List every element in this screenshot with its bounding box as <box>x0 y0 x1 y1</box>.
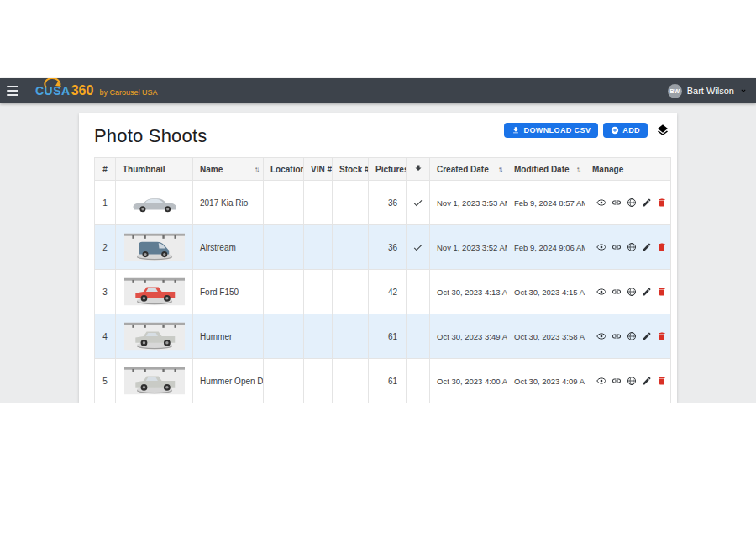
header-actions: DOWNLOAD CSV ADD <box>504 123 669 138</box>
globe-icon[interactable] <box>627 242 637 252</box>
link-icon[interactable] <box>612 376 622 386</box>
downloaded-cell <box>407 270 430 314</box>
location-cell <box>264 181 304 225</box>
menu-icon[interactable] <box>0 78 25 103</box>
link-icon[interactable] <box>612 242 622 252</box>
pencil-icon[interactable] <box>642 376 652 386</box>
manage-actions <box>596 376 670 386</box>
vin-cell <box>304 359 333 404</box>
vehicle-thumbnail[interactable] <box>124 275 185 309</box>
photo-shoots-table: # Thumbnail Name↑↓ Location VIN # Stock … <box>94 157 671 403</box>
top-navbar: CUSA 360 by Carousel USA BW Bart Wilson <box>0 78 756 103</box>
pencil-icon[interactable] <box>642 242 652 252</box>
vehicle-thumbnail[interactable] <box>124 230 185 264</box>
eye-icon[interactable] <box>596 376 606 386</box>
trash-icon[interactable] <box>657 287 667 297</box>
location-cell <box>264 270 304 314</box>
layers-icon[interactable] <box>656 124 669 137</box>
eye-icon[interactable] <box>596 198 606 208</box>
sort-arrows-icon[interactable]: ↑↓ <box>576 166 580 173</box>
add-label: ADD <box>622 126 640 135</box>
row-number: 5 <box>95 359 116 404</box>
pencil-icon[interactable] <box>642 331 652 341</box>
header-created-date[interactable]: Created Date↑↓ <box>430 158 507 181</box>
download-csv-button[interactable]: DOWNLOAD CSV <box>504 123 598 138</box>
eye-icon[interactable] <box>596 242 606 252</box>
table-row: 5 Hummer Open Doors 61 Oct 30, 2023 4:00… <box>95 359 671 404</box>
location-cell <box>264 314 304 359</box>
header-name[interactable]: Name↑↓ <box>193 158 264 181</box>
check-icon <box>412 242 423 253</box>
vin-cell <box>304 314 333 359</box>
logo-swirl-icon <box>44 78 62 88</box>
manage-actions <box>596 198 670 208</box>
chevron-down-icon <box>739 87 748 95</box>
check-icon <box>412 198 423 208</box>
user-name: Bart Wilson <box>687 86 734 96</box>
manage-actions <box>596 331 670 341</box>
header-manage: Manage <box>585 158 671 181</box>
globe-icon[interactable] <box>627 331 637 341</box>
globe-icon[interactable] <box>627 198 637 208</box>
globe-icon[interactable] <box>627 287 637 297</box>
row-number: 4 <box>95 314 116 359</box>
avatar: BW <box>668 84 682 98</box>
sort-arrows-icon[interactable]: ↑↓ <box>255 166 258 173</box>
photo-shoots-card: Photo Shoots DOWNLOAD CSV ADD # Thumbnai… <box>79 113 677 403</box>
header-location: Location <box>264 158 304 181</box>
trash-icon[interactable] <box>657 331 667 341</box>
link-icon[interactable] <box>612 331 622 341</box>
vin-cell <box>304 225 333 270</box>
header-modified-date[interactable]: Modified Date↑↓ <box>507 158 585 181</box>
shoot-name: Airstream <box>193 225 264 270</box>
vehicle-thumbnail[interactable] <box>124 319 185 353</box>
app-logo[interactable]: CUSA 360 by Carousel USA <box>35 83 157 98</box>
table-row: 3 Ford F150 42 Oct 30, 2023 4:13 AM Oct … <box>95 270 671 314</box>
location-cell <box>264 225 304 270</box>
pictures-count: 42 <box>369 270 407 314</box>
row-number: 1 <box>95 181 116 225</box>
link-icon[interactable] <box>612 198 622 208</box>
header-vin: VIN # <box>304 158 333 181</box>
created-date: Oct 30, 2023 3:49 AM <box>430 314 507 359</box>
download-csv-label: DOWNLOAD CSV <box>523 126 591 135</box>
pencil-icon[interactable] <box>642 198 652 208</box>
stock-cell <box>333 181 369 225</box>
stock-cell <box>333 359 369 404</box>
modified-date: Oct 30, 2023 3:58 AM <box>507 314 585 359</box>
table-header-row: # Thumbnail Name↑↓ Location VIN # Stock … <box>95 158 671 181</box>
globe-icon[interactable] <box>627 376 637 386</box>
header-pictures: Pictures <box>369 158 407 181</box>
vin-cell <box>304 181 333 225</box>
table-row: 1 2017 Kia Rio 36 Nov 1, 2023 3:53 AM Fe… <box>95 181 671 225</box>
pictures-count: 61 <box>369 359 407 404</box>
stock-cell <box>333 270 369 314</box>
manage-actions <box>596 287 670 297</box>
trash-icon[interactable] <box>657 242 667 252</box>
modified-date: Oct 30, 2023 4:15 AM <box>507 270 585 314</box>
link-icon[interactable] <box>612 287 622 297</box>
vehicle-thumbnail[interactable] <box>124 364 185 398</box>
location-cell <box>264 359 304 404</box>
logo-360-text: 360 <box>71 83 94 98</box>
stock-cell <box>333 225 369 270</box>
header-downloaded <box>407 158 430 181</box>
add-button[interactable]: ADD <box>603 123 648 138</box>
eye-icon[interactable] <box>596 331 606 341</box>
download-icon <box>512 126 520 135</box>
pictures-count: 61 <box>369 314 407 359</box>
page-background: Photo Shoots DOWNLOAD CSV ADD # Thumbnai… <box>0 103 756 403</box>
add-circle-icon <box>611 126 619 135</box>
created-date: Oct 30, 2023 4:00 AM <box>430 359 507 404</box>
shoot-name: Ford F150 <box>193 270 264 314</box>
created-date: Nov 1, 2023 3:52 AM <box>430 225 507 270</box>
trash-icon[interactable] <box>657 376 667 386</box>
eye-icon[interactable] <box>596 287 606 297</box>
user-menu[interactable]: BW Bart Wilson <box>668 84 756 98</box>
sort-arrows-icon[interactable]: ↑↓ <box>498 166 501 173</box>
pencil-icon[interactable] <box>642 287 652 297</box>
trash-icon[interactable] <box>657 198 667 208</box>
vehicle-thumbnail[interactable] <box>124 186 185 219</box>
modified-date: Feb 9, 2024 9:06 AM <box>507 225 585 270</box>
shoot-name: Hummer Open Doors <box>193 359 264 404</box>
